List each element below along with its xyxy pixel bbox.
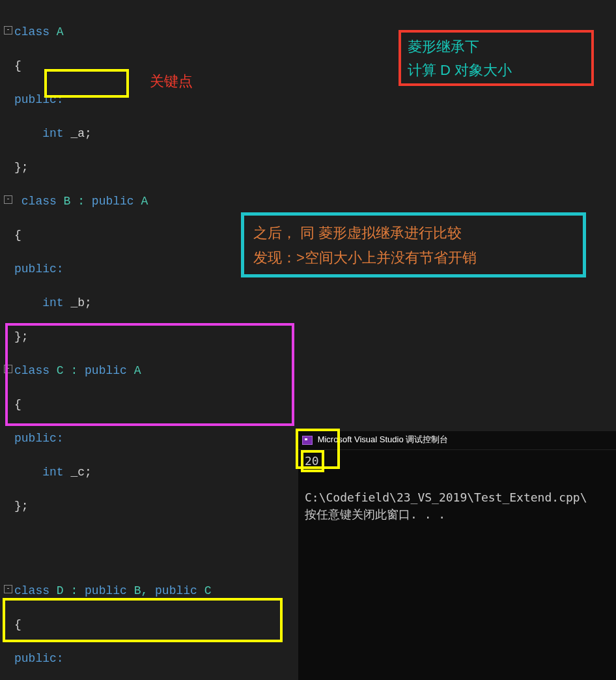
console-output-value: 20 [301,450,324,472]
fold-icon[interactable]: - [4,365,12,373]
redbox-line1: 菱形继承下 [408,35,585,59]
tealbox-line2: 发现：>空间大小上并没有节省开销 [253,246,574,270]
code-line: public: [3,91,616,108]
console-title-text: Microsoft Visual Studio 调试控制台 [318,434,449,444]
code-line: }; [3,159,616,176]
code-line: -class C : public A [3,362,616,379]
code-line: { [3,396,616,413]
tealbox-line1: 之后， 同 菱形虚拟继承进行比较 [253,221,574,246]
annotation-keypoint: 关键点 [150,72,193,91]
annotation-redbox: 菱形继承下 计算 D 对象大小 [399,30,594,86]
debug-console[interactable]: Microsoft Visual Studio 调试控制台 20 C:\Code… [298,431,616,680]
annotation-tealbox: 之后， 同 菱形虚拟继承进行比较 发现：>空间大小上并没有节省开销 [241,212,586,277]
code-line: int _a; [3,125,616,142]
fold-icon[interactable]: - [4,585,12,593]
console-path-line: C:\Codefield\23_VS_2019\Test_Extend.cpp\ [305,490,587,504]
code-line: - class B : public A [3,193,616,210]
console-prompt-line: 按任意键关闭此窗口. . . [305,507,445,521]
console-title-bar: Microsoft Visual Studio 调试控制台 [298,431,616,450]
fold-icon[interactable]: - [4,195,12,204]
code-line: int _b; [3,294,616,311]
console-app-icon [302,436,313,445]
console-output: 20 C:\Codefield\23_VS_2019\Test_Extend.c… [298,450,616,526]
redbox-line2: 计算 D 对象大小 [408,59,585,82]
code-line: }; [3,328,616,345]
fold-icon[interactable]: - [4,26,12,35]
